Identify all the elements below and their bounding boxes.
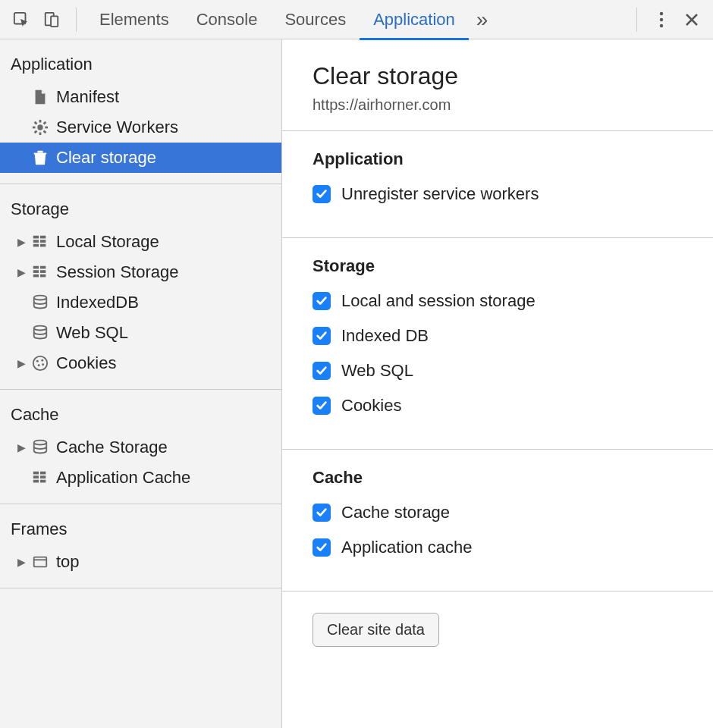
svg-point-3 xyxy=(660,11,663,14)
sidebar-item-websql[interactable]: Web SQL xyxy=(0,318,281,348)
sidebar-item-clear-storage[interactable]: Clear storage xyxy=(0,143,281,173)
checkbox-label: Application cache xyxy=(341,538,472,557)
sidebar-item-label: Local Storage xyxy=(56,232,159,252)
service-workers-icon xyxy=(30,118,50,137)
checkbox[interactable] xyxy=(313,504,331,522)
session-storage-icon xyxy=(30,262,50,282)
sidebar-item-label: Application Cache xyxy=(56,468,190,488)
disclosure-triangle-icon: ▶ xyxy=(15,556,27,568)
app-cache-icon xyxy=(30,468,50,488)
checkbox[interactable] xyxy=(313,397,331,415)
sidebar-item-label: Web SQL xyxy=(56,323,128,343)
tab-sources[interactable]: Sources xyxy=(271,0,360,39)
checkbox-label: Cookies xyxy=(341,396,401,416)
tab-console[interactable]: Console xyxy=(183,0,272,39)
tab-elements[interactable]: Elements xyxy=(86,0,183,39)
checkbox-label: Local and session storage xyxy=(341,291,536,311)
sidebar-group-title: Storage xyxy=(0,192,281,227)
svg-point-4 xyxy=(660,17,663,20)
disclosure-triangle-icon: ▶ xyxy=(15,266,27,278)
sidebar-item-session-storage[interactable]: ▶Session Storage xyxy=(0,257,281,287)
checkbox-label: Cache storage xyxy=(341,503,450,522)
frame-icon xyxy=(30,552,50,572)
sidebar-item-label: Service Workers xyxy=(56,118,178,137)
kebab-menu-icon[interactable] xyxy=(646,5,677,35)
section-heading: Application xyxy=(313,149,683,169)
checkbox[interactable] xyxy=(313,362,331,380)
websql-icon xyxy=(30,323,50,343)
checkbox[interactable] xyxy=(313,292,331,310)
svg-point-5 xyxy=(660,24,663,27)
sidebar-group-title: Application xyxy=(0,47,281,82)
checkbox[interactable] xyxy=(313,538,331,557)
page-title: Clear storage xyxy=(282,39,713,96)
checkbox-label: Web SQL xyxy=(341,361,413,381)
sidebar-item-app-cache[interactable]: Application Cache xyxy=(0,463,281,493)
sidebar-item-frame[interactable]: ▶top xyxy=(0,547,281,577)
sidebar-item-service-workers[interactable]: Service Workers xyxy=(0,112,281,143)
sidebar-item-manifest[interactable]: Manifest xyxy=(0,82,281,112)
sidebar-item-local-storage[interactable]: ▶Local Storage xyxy=(0,227,281,257)
cookies-icon xyxy=(30,353,50,373)
sidebar-item-label: Session Storage xyxy=(56,262,178,282)
section-heading: Storage xyxy=(313,256,683,276)
sidebar-item-label: Cookies xyxy=(56,353,116,373)
inspect-element-icon[interactable] xyxy=(6,5,36,35)
checkbox[interactable] xyxy=(313,327,331,345)
section-heading: Cache xyxy=(313,468,683,488)
disclosure-triangle-icon: ▶ xyxy=(15,441,27,453)
sidebar-item-indexeddb[interactable]: IndexedDB xyxy=(0,287,281,318)
close-icon[interactable] xyxy=(677,5,707,35)
indexeddb-icon xyxy=(30,293,50,312)
cache-storage-icon xyxy=(30,438,50,457)
clear-site-data-button[interactable]: Clear site data xyxy=(313,613,439,647)
sidebar-item-label: Manifest xyxy=(56,87,119,107)
device-toggle-icon[interactable] xyxy=(36,5,67,35)
clear-storage-icon xyxy=(30,148,50,168)
sidebar-item-label: top xyxy=(56,552,80,572)
divider xyxy=(636,8,637,32)
sidebar-item-label: IndexedDB xyxy=(56,293,139,312)
disclosure-triangle-icon: ▶ xyxy=(15,236,27,248)
local-storage-icon xyxy=(30,232,50,252)
sidebar-group-title: Cache xyxy=(0,397,281,432)
sidebar-group-title: Frames xyxy=(0,512,281,547)
checkbox-label: Indexed DB xyxy=(341,326,429,346)
sidebar-item-cookies[interactable]: ▶Cookies xyxy=(0,348,281,378)
tab-application[interactable]: Application xyxy=(360,0,469,39)
disclosure-triangle-icon: ▶ xyxy=(15,357,27,369)
svg-rect-2 xyxy=(51,16,58,27)
page-url: https://airhorner.com xyxy=(282,96,713,130)
sidebar-item-label: Cache Storage xyxy=(56,438,168,457)
sidebar-item-label: Clear storage xyxy=(56,148,156,168)
checkbox-label: Unregister service workers xyxy=(341,184,539,204)
divider xyxy=(76,8,77,32)
more-tabs-icon[interactable]: » xyxy=(469,8,496,32)
sidebar-item-cache-storage[interactable]: ▶Cache Storage xyxy=(0,432,281,463)
manifest-icon xyxy=(30,87,50,107)
checkbox[interactable] xyxy=(313,185,331,203)
